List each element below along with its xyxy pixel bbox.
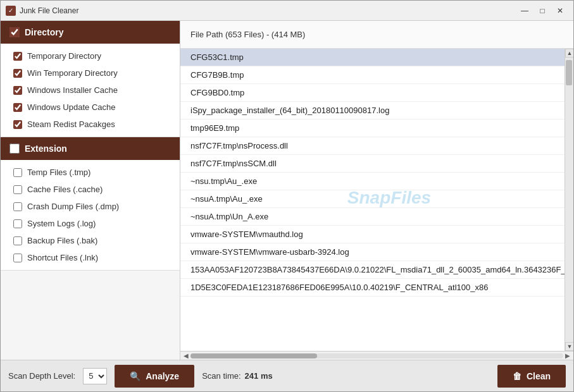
extension-checkbox[interactable] — [9, 144, 20, 154]
list-item[interactable]: Crash Dump Files (.dmp) — [1, 198, 180, 215]
directory-items: Temporary Directory Win Temporary Direct… — [1, 44, 180, 137]
list-item[interactable]: Windows Installer Cache — [1, 82, 180, 99]
maximize-button[interactable]: □ — [534, 4, 551, 17]
ext-checkbox-3[interactable] — [13, 219, 22, 228]
file-list-container[interactable]: SnapFiles CFG53C1.tmp CFG7B9B.tmp CFG9BD… — [180, 49, 565, 351]
ext-checkbox-0[interactable] — [13, 168, 22, 177]
item-checkbox-3[interactable] — [13, 103, 22, 112]
ext-label-4: Backup Files (.bak) — [27, 236, 97, 245]
scroll-track[interactable] — [565, 58, 573, 342]
list-item[interactable]: System Logs (.log) — [1, 215, 180, 232]
list-item[interactable]: Temp Files (.tmp) — [1, 164, 180, 181]
file-list-outer: SnapFiles CFG53C1.tmp CFG7B9B.tmp CFG9BD… — [180, 49, 573, 351]
table-row[interactable]: vmware-SYSTEM\vmware-usbarb-3924.log — [180, 243, 565, 261]
table-row[interactable]: 1D5E3C0FEDA1E123187686FED06E995A\10.0.40… — [180, 279, 565, 297]
list-item[interactable]: Steam Redist Pacakges — [1, 116, 180, 133]
table-row[interactable]: CFG9BD0.tmp — [180, 84, 565, 102]
table-row[interactable]: tmp96E9.tmp — [180, 119, 565, 137]
clean-label: Clean — [527, 371, 551, 381]
directory-checkbox[interactable] — [9, 27, 20, 37]
table-row[interactable]: 153AA053AF120723B8A73845437E66DA\9.0.210… — [180, 261, 565, 279]
ext-label-5: Shortcut Files (.lnk) — [27, 253, 98, 262]
item-checkbox-0[interactable] — [13, 52, 22, 61]
window-controls: — □ ✕ — [516, 4, 568, 17]
main-window: ✓ Junk File Cleaner — □ ✕ Directory Temp… — [0, 0, 574, 392]
directory-section-label: Directory — [25, 27, 63, 37]
list-item[interactable]: Win Temporary Directory — [1, 64, 180, 82]
minimize-button[interactable]: — — [516, 4, 533, 17]
sidebar: Directory Temporary Directory Win Tempor… — [1, 21, 180, 360]
scan-depth-select[interactable]: 5 1 2 3 4 6 7 — [83, 368, 107, 384]
list-item[interactable]: Backup Files (.bak) — [1, 232, 180, 249]
clean-button[interactable]: 🗑 Clean — [497, 365, 566, 388]
table-row[interactable]: CFG7B9B.tmp — [180, 66, 565, 84]
app-icon: ✓ — [6, 6, 16, 16]
scan-time-label: Scan time: — [202, 371, 240, 381]
content-area: Directory Temporary Directory Win Tempor… — [1, 21, 573, 360]
ext-label-1: Cache Files (.cache) — [27, 185, 103, 194]
ext-label-2: Crash Dump Files (.dmp) — [27, 202, 119, 211]
analyze-label: Analyze — [146, 371, 179, 381]
table-row[interactable]: ~nsu.tmp\Au_.exe — [180, 173, 565, 190]
table-row[interactable]: nsf7C7F.tmp\nsProcess.dll — [180, 137, 565, 155]
table-row[interactable]: vmware-SYSTEM\vmauthd.log — [180, 226, 565, 243]
search-icon: 🔍 — [130, 371, 140, 381]
main-panel: File Path (653 Files) - (414 MB) SnapFil… — [180, 21, 573, 360]
scroll-down-arrow[interactable]: ▼ — [565, 342, 573, 351]
close-button[interactable]: ✕ — [552, 4, 568, 17]
ext-label-0: Temp Files (.tmp) — [27, 168, 90, 177]
scan-time-value: 241 ms — [245, 371, 273, 381]
item-checkbox-4[interactable] — [13, 120, 22, 129]
h-scroll-track[interactable] — [190, 353, 563, 358]
ext-checkbox-4[interactable] — [13, 236, 22, 245]
file-path-header: File Path (653 Files) - (414 MB) — [180, 21, 573, 49]
scroll-up-arrow[interactable]: ▲ — [565, 49, 573, 58]
extension-section-label: Extension — [25, 144, 67, 154]
window-title: Junk File Cleaner — [20, 6, 516, 15]
list-item[interactable]: Shortcut Files (.lnk) — [1, 249, 180, 266]
ext-checkbox-5[interactable] — [13, 254, 22, 262]
table-row[interactable]: iSpy_package_installer_(64_bit)_20180110… — [180, 102, 565, 119]
item-checkbox-2[interactable] — [13, 86, 22, 95]
item-label-1: Win Temporary Directory — [27, 68, 118, 78]
trash-icon: 🗑 — [513, 371, 521, 381]
scroll-left-arrow[interactable]: ◀ — [182, 352, 190, 359]
item-label-4: Steam Redist Pacakges — [27, 119, 115, 129]
scan-depth-label: Scan Depth Level: — [8, 371, 75, 381]
table-row[interactable]: ~nsuA.tmp\Au_.exe — [180, 190, 565, 208]
item-label-0: Temporary Directory — [27, 51, 101, 61]
table-row[interactable]: CFG53C1.tmp — [180, 49, 565, 66]
list-item[interactable]: Windows Update Cache — [1, 99, 180, 116]
bottom-bar: Scan Depth Level: 5 1 2 3 4 6 7 🔍 Analyz… — [1, 360, 573, 391]
ext-label-3: System Logs (.log) — [27, 219, 96, 228]
directory-section-header: Directory — [1, 21, 180, 44]
scroll-thumb[interactable] — [566, 60, 572, 85]
file-list: CFG53C1.tmp CFG7B9B.tmp CFG9BD0.tmp iSpy… — [180, 49, 565, 297]
table-row[interactable]: ~nsuA.tmp\Un_A.exe — [180, 208, 565, 226]
item-checkbox-1[interactable] — [13, 69, 22, 78]
ext-checkbox-1[interactable] — [13, 185, 22, 194]
ext-checkbox-2[interactable] — [13, 202, 22, 211]
h-scroll-thumb[interactable] — [190, 353, 317, 358]
scroll-right-arrow[interactable]: ▶ — [563, 352, 572, 359]
horizontal-scrollbar[interactable]: ◀ ▶ — [180, 351, 573, 360]
list-item[interactable]: Temporary Directory — [1, 47, 180, 64]
title-bar: ✓ Junk File Cleaner — □ ✕ — [1, 1, 573, 21]
item-label-2: Windows Installer Cache — [27, 85, 118, 95]
vertical-scrollbar[interactable]: ▲ ▼ — [565, 49, 573, 351]
extension-section-header: Extension — [1, 137, 180, 160]
extension-items: Temp Files (.tmp) Cache Files (.cache) C… — [1, 160, 180, 271]
scan-time-area: Scan time: 241 ms — [202, 371, 490, 381]
analyze-button[interactable]: 🔍 Analyze — [115, 365, 194, 388]
item-label-3: Windows Update Cache — [27, 102, 115, 112]
table-row[interactable]: nsf7C7F.tmp\nsSCM.dll — [180, 155, 565, 173]
list-item[interactable]: Cache Files (.cache) — [1, 181, 180, 198]
